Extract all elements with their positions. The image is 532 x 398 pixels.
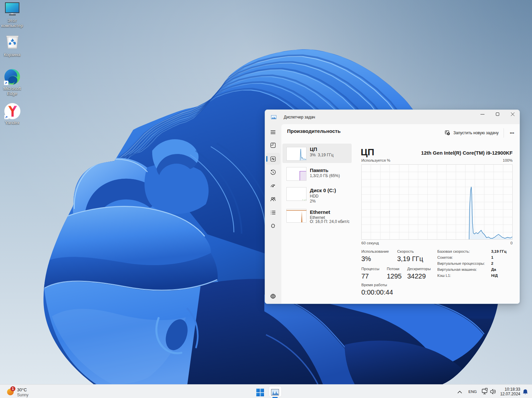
svg-text:1: 1 [12, 387, 14, 391]
